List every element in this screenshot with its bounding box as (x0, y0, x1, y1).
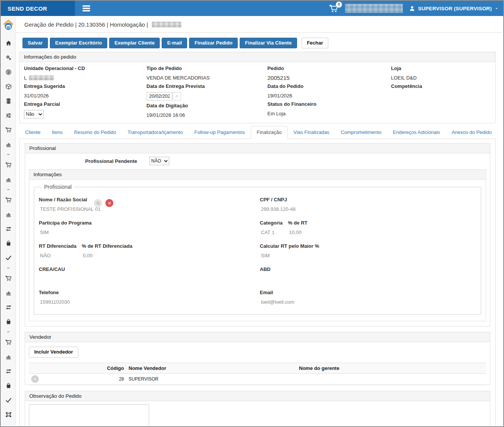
cart-icon[interactable] (2, 335, 15, 349)
pedido-value: 2005215 (267, 74, 391, 81)
vendedor-row: 28SUPERVISOR (29, 373, 486, 384)
data-de-entrega-prevista-field (146, 92, 267, 100)
participa-do-programa-value: SIM (39, 229, 92, 236)
hamburger-menu-icon[interactable] (82, 5, 91, 12)
order-info-field: Pedido2005215 (267, 65, 391, 81)
profissional-pendente-select[interactable]: NÃO (149, 157, 169, 165)
finalizar-pedido-button[interactable]: Finalizar Pedido (189, 38, 238, 48)
target-icon[interactable] (2, 65, 15, 79)
tab-vias-finalizadas[interactable]: Vias Finalizadas (288, 126, 335, 139)
calendar-icon[interactable] (173, 92, 181, 100)
abd-field: ABD (260, 266, 270, 282)
clear-icon[interactable] (105, 199, 113, 207)
bag-icon[interactable] (2, 314, 15, 329)
cpf-cnpj-field: CPF / CNPJ299.938.120-48 (260, 197, 296, 212)
panel-profissional: Profissional Profissional Pendente NÃO I… (25, 143, 490, 327)
check-icon[interactable] (2, 393, 15, 407)
tab-anexos-do-pedido[interactable]: Anexos do Pedido (446, 126, 498, 139)
bag-icon[interactable] (2, 378, 15, 393)
bar-chart-icon[interactable] (2, 172, 15, 186)
abd-label: ABD (260, 266, 270, 272)
app-logo-icon[interactable] (2, 19, 15, 31)
de-rt-field: % de RT10,00 (288, 220, 307, 236)
fechar-button[interactable]: Fechar (302, 38, 329, 48)
cube-icon[interactable] (2, 79, 15, 94)
header-actions: 0 SUPERVISOR (SUPERVISOR) (329, 1, 499, 16)
pedido-label: Pedido (267, 65, 391, 71)
participa-do-programa-field: Participa do ProgramaSIM (39, 220, 92, 236)
profissional-row: RT DiferenciadaNÃO% de RT Diferenciada0,… (39, 243, 481, 259)
tab-enderecos-adicionais[interactable]: Endereços Adicionais (387, 126, 446, 139)
arrows-icon[interactable] (2, 364, 15, 378)
bag-icon[interactable] (2, 236, 15, 250)
nome-razao-social-value: TESTE PROFISSIONAL 01 (39, 206, 100, 212)
incluir-vendedor-button[interactable]: Incluir Vendedor (29, 347, 78, 357)
cart-icon[interactable] (2, 123, 15, 137)
sliders-icon[interactable] (2, 108, 15, 123)
order-info-field: Data de Digitação19/01/2026 16:06 (146, 103, 267, 118)
field-action-icons (94, 199, 113, 207)
tab-itens[interactable]: Itens (46, 126, 68, 139)
action-toolbar: SalvarExemplar EscritórioExemplar Client… (16, 33, 502, 52)
cpf-cnpj-label: CPF / CNPJ (260, 197, 296, 202)
entrega-parcial-select[interactable]: Não (24, 110, 44, 118)
dash-icon (2, 265, 15, 271)
unidade-operacional-cd-label: Unidade Operacional - CD (24, 65, 146, 71)
exemplar-escritorio-button[interactable]: Exemplar Escritório (50, 38, 107, 48)
arrows-icon[interactable] (2, 221, 15, 236)
panel-observacao: Observação do Pedido (25, 391, 490, 426)
search-icon[interactable] (94, 199, 102, 207)
order-info-column: Pedido2005215Data do Pedido19/01/2026Sta… (267, 63, 391, 118)
profissional-cell: CREA/CAU (39, 266, 260, 282)
database-icon[interactable] (2, 94, 15, 108)
calcular-rt-pelo-maior-value: SIM (260, 253, 319, 259)
check-icon[interactable] (2, 250, 15, 265)
observacao-textarea[interactable] (29, 404, 149, 426)
breadcrumb: Geração de Pedido | 20.130356 | Homologa… (16, 17, 502, 33)
user-menu[interactable]: SUPERVISOR (SUPERVISOR) (409, 5, 499, 12)
bar-chart-icon[interactable] (2, 137, 15, 151)
frame-icon[interactable] (2, 407, 15, 422)
arrows-icon[interactable] (2, 300, 15, 314)
tab-transportadora-icamento[interactable]: Transportadora/Içamento (122, 126, 188, 139)
home-icon[interactable] (2, 36, 15, 50)
panel-informacoes: Informações Profissional Nome / Razão So… (29, 169, 486, 321)
cart-icon[interactable] (2, 158, 15, 172)
e-mail-button[interactable]: E-mail (162, 38, 187, 48)
abd-value (260, 276, 270, 282)
finalizar-via-cliente-button[interactable]: Finalizar Via Cliente (240, 38, 297, 48)
bar-chart-icon[interactable] (2, 207, 15, 221)
crea-cau-value (39, 276, 65, 282)
tipo-de-pedido-value: VENDA DE MERCADORIAS (146, 74, 267, 81)
exemplar-cliente-button[interactable]: Exemplar Cliente (109, 38, 160, 48)
tab-cliente[interactable]: Cliente (19, 126, 46, 139)
tab-bar: ClienteItensResumo do PedidoTransportado… (19, 126, 496, 139)
scissors-icon[interactable] (2, 422, 15, 425)
email-label: Email (260, 290, 294, 295)
profissional-cell: RT DiferenciadaNÃO% de RT Diferenciada0,… (39, 243, 260, 259)
bar-chart-icon[interactable] (2, 349, 15, 364)
brand-logo-text[interactable]: SEND DECOR (1, 1, 75, 16)
bar-chart-icon[interactable] (2, 285, 15, 300)
order-info-column: LojaLOEIL D&DCompetência (391, 63, 495, 118)
delete-vendedor-icon[interactable] (31, 375, 39, 383)
de-rt-diferenciada-field: % de RT Diferenciada0,00 (82, 243, 132, 259)
nome-razao-social-label: Nome / Razão Social (39, 197, 100, 202)
tab-content-finalizacao: Profissional Profissional Pendente NÃO I… (19, 139, 496, 425)
tab-resumo-do-pedido[interactable]: Resumo do Pedido (68, 126, 122, 139)
tab-comprometimento[interactable]: Comprometimento (335, 126, 387, 139)
cart-button[interactable]: 0 (329, 4, 339, 13)
dash-icon (2, 329, 15, 335)
tipo-de-pedido-label: Tipo de Pedido (146, 65, 267, 71)
salvar-button[interactable]: Salvar (22, 38, 48, 48)
loja-label: Loja (391, 65, 495, 71)
gears-icon[interactable] (2, 50, 15, 65)
data-de-entrega-prevista-input[interactable] (146, 92, 172, 100)
cart-icon[interactable] (2, 193, 15, 207)
tab-finalizacao[interactable]: Finalização (251, 126, 288, 139)
sidebar-menu (2, 36, 15, 425)
cart-count-badge: 0 (336, 2, 342, 8)
cart-icon[interactable] (2, 271, 15, 285)
tab-follow-up-pagamentos[interactable]: Follow-up Pagamentos (189, 126, 251, 139)
profissional-row: Nome / Razão SocialTESTE PROFISSIONAL 01… (39, 197, 481, 212)
